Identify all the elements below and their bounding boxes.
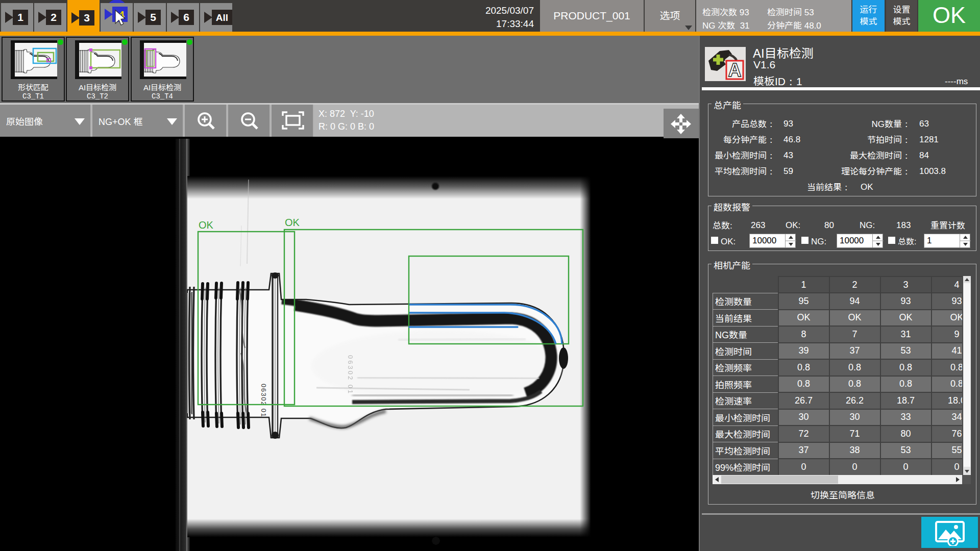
svg-text:2: 2 xyxy=(51,11,57,23)
svg-text:OK: OK xyxy=(199,219,214,231)
svg-text:A: A xyxy=(728,60,742,81)
svg-text:06302 01: 06302 01 xyxy=(347,355,354,395)
svg-text:1: 1 xyxy=(17,11,23,23)
svg-text:5: 5 xyxy=(150,11,156,23)
svg-text:3: 3 xyxy=(84,12,90,23)
svg-text:6: 6 xyxy=(183,11,189,23)
svg-text:OK: OK xyxy=(285,217,300,228)
svg-text:06302 01: 06302 01 xyxy=(260,384,267,417)
svg-text:All: All xyxy=(216,12,228,23)
